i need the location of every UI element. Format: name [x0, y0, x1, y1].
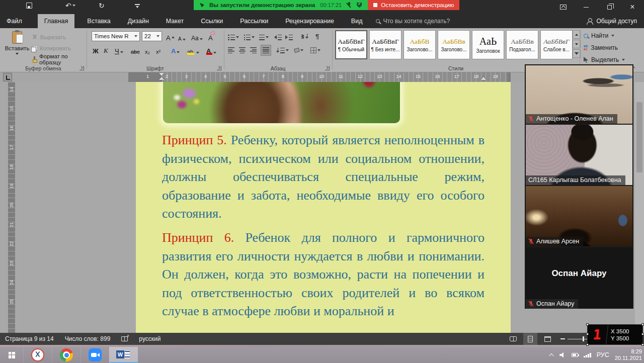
zoom-out-button[interactable] [560, 338, 565, 339]
paragraph-dialog-launcher-icon[interactable] [325, 66, 330, 70]
participant-tile-2[interactable]: СЛ165 Карлыгаш Болатбековна [526, 125, 632, 185]
decrease-indent-button[interactable] [274, 32, 282, 42]
security-shield-icon[interactable] [357, 3, 362, 8]
increase-indent-button[interactable] [285, 32, 293, 42]
align-left-button[interactable] [228, 45, 234, 55]
tab-layout[interactable]: Макет [159, 14, 190, 28]
share-document-button[interactable]: Общий доступ [586, 14, 637, 28]
tab-mailings[interactable]: Рассылки [233, 14, 275, 28]
find-button[interactable]: Найти [584, 32, 614, 39]
tab-design[interactable]: Дизайн [121, 14, 155, 28]
style-normal[interactable]: АаБбВвГ ¶ Обычный [335, 30, 367, 59]
web-layout-button[interactable] [540, 333, 554, 345]
zoom-slider-track[interactable] [568, 339, 590, 339]
principle-6-paragraph[interactable]: Принцип 6. Ребенок для полного и гармони… [162, 229, 485, 321]
style-heading1[interactable]: АаБбВ Заголово... [404, 30, 436, 59]
selection-handle[interactable] [641, 333, 644, 335]
select-button[interactable]: Выделить [584, 56, 625, 63]
vertical-scrollbar[interactable] [635, 82, 644, 333]
taskbar-snipping-tool[interactable] [23, 347, 52, 363]
highlight-button[interactable]: ab [186, 44, 200, 55]
participant-tile-1[interactable]: Антощенко - Оленев Алан [526, 65, 632, 124]
change-case-button[interactable]: Aa [190, 31, 204, 42]
print-layout-button[interactable] [523, 333, 537, 345]
selection-handle[interactable] [586, 343, 589, 346]
tray-expand-icon[interactable] [549, 353, 554, 358]
mic-muted-icon[interactable] [347, 2, 352, 8]
underline-button[interactable]: Ч [114, 44, 124, 55]
participant-tile-4[interactable]: Оспан Айару Оспан Айару [526, 247, 632, 309]
superscript-button[interactable]: x² [155, 44, 162, 55]
grow-font-button[interactable]: А [165, 31, 176, 42]
taskbar-word[interactable]: W [109, 347, 138, 363]
scrollbar-thumb[interactable] [636, 102, 642, 172]
clock[interactable]: 8:29 20.11.2021 [615, 348, 642, 361]
taskbar-chrome[interactable] [52, 347, 80, 363]
tab-home[interactable]: Главная [38, 14, 75, 28]
document-page[interactable]: Принцип 5. Ребенку, который является неп… [136, 82, 511, 333]
style-heading2[interactable]: АаБбВв Заголово... [438, 30, 470, 59]
coordinate-overlay[interactable]: 1 X 3500 Y 3500 [587, 324, 643, 345]
clipboard-dialog-launcher-icon[interactable] [79, 66, 84, 70]
participant-tile-3[interactable]: Алишев Арсен [526, 186, 632, 246]
borders-button[interactable] [310, 45, 320, 55]
ribbon-display-options-button[interactable] [551, 0, 575, 14]
selection-handle[interactable] [641, 343, 644, 346]
customize-quick-access-button[interactable] [135, 4, 140, 8]
sort-button[interactable]: АЯ [300, 31, 308, 41]
undo-button[interactable]: ↶ [65, 2, 75, 9]
network-signal-icon[interactable] [584, 353, 591, 357]
tab-view[interactable]: Вид [345, 14, 369, 28]
tell-me-search[interactable]: Что вы хотите сделать? [376, 14, 450, 28]
minimize-button[interactable] [575, 0, 598, 14]
font-family-combo[interactable]: Times New R [92, 31, 140, 41]
tab-file[interactable]: Файл [0, 14, 29, 28]
close-button[interactable]: × [621, 0, 644, 14]
font-color-button[interactable]: А [205, 44, 217, 55]
save-button[interactable] [26, 3, 32, 9]
right-indent-marker[interactable] [481, 77, 486, 80]
selection-handle[interactable] [641, 323, 644, 326]
taskbar-zoom[interactable] [80, 347, 109, 363]
paste-button[interactable]: Вставить [5, 31, 29, 69]
multilevel-list-button[interactable] [259, 32, 269, 42]
tab-references[interactable]: Ссылки [194, 14, 229, 28]
font-dialog-launcher-icon[interactable] [217, 66, 221, 70]
bullets-button[interactable] [228, 32, 239, 42]
volume-icon[interactable] [559, 352, 566, 358]
shrink-font-button[interactable]: А [177, 31, 187, 42]
align-right-button[interactable] [250, 45, 257, 55]
selection-handle[interactable] [586, 323, 589, 326]
shading-button[interactable] [294, 45, 303, 55]
format-painter-button[interactable]: Формат по образцу [31, 54, 87, 64]
language-indicator[interactable]: русский [139, 335, 160, 342]
read-mode-button[interactable] [506, 333, 520, 345]
font-size-combo[interactable]: 22 [142, 31, 162, 41]
strikethrough-button[interactable]: abc [130, 44, 141, 55]
zoom-slider-handle[interactable] [583, 336, 584, 341]
tab-review[interactable]: Рецензирование [279, 14, 341, 28]
document-text[interactable]: Принцип 5. Ребенку, который является неп… [162, 131, 485, 326]
page-indicator[interactable]: Страница 9 из 14 [5, 335, 54, 342]
replace-button[interactable]: abac Заменить [584, 44, 618, 51]
word-count[interactable]: Число слов: 899 [65, 335, 111, 342]
style-subtitle[interactable]: АаБбВв Подзагол... [506, 30, 538, 59]
subscript-button[interactable]: x₂ [144, 44, 151, 55]
tab-stop-selector[interactable] [3, 73, 12, 81]
show-paragraph-marks-button[interactable]: ¶ [315, 31, 319, 41]
line-spacing-button[interactable] [276, 45, 289, 55]
battery-icon[interactable] [572, 353, 578, 357]
selection-handle[interactable] [586, 333, 589, 335]
style-no-spacing[interactable]: АаБбВвГ ¶ Без инте... [369, 30, 401, 59]
text-effects-button[interactable]: А [170, 44, 181, 55]
style-title[interactable]: АаЬ Заголовок [472, 30, 504, 59]
bold-button[interactable]: Ж [92, 44, 100, 55]
align-center-button[interactable] [239, 45, 246, 55]
stop-share-button[interactable]: Остановить демонстрацию [368, 0, 459, 10]
principle-5-paragraph[interactable]: Принцип 5. Ребенку, который является неп… [162, 131, 485, 223]
italic-button[interactable]: К [103, 44, 109, 55]
clear-formatting-button[interactable]: А [207, 31, 214, 42]
start-button[interactable] [0, 347, 23, 363]
proofing-errors-icon[interactable] [121, 336, 128, 341]
tab-insert[interactable]: Вставка [80, 14, 117, 28]
